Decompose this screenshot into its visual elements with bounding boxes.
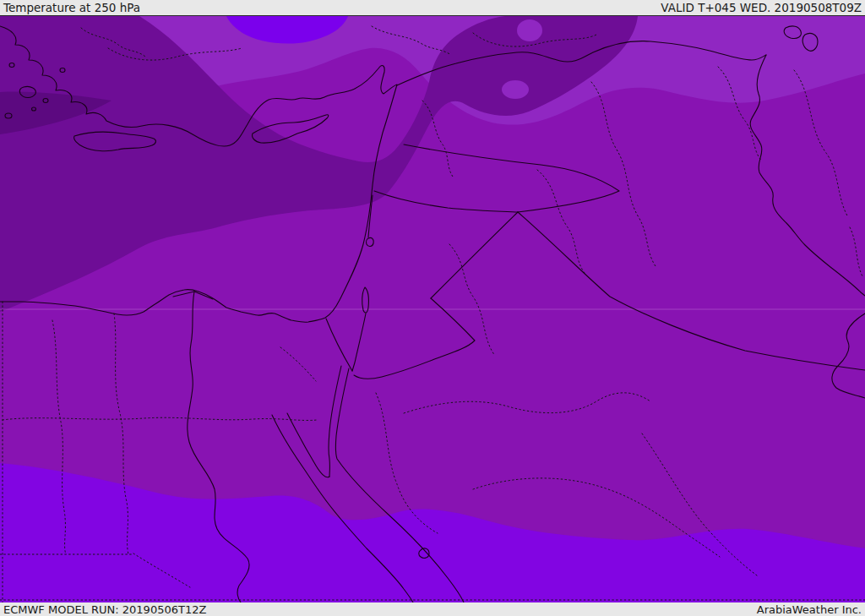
temp-band-mild-hole — [502, 80, 529, 99]
temperature-map-canvas — [0, 16, 865, 602]
credit-label: ArabiaWeather Inc. — [757, 603, 862, 616]
map-title: Temperature at 250 hPa — [3, 1, 140, 14]
header-bar: Temperature at 250 hPa VALID T+045 WED. … — [0, 0, 865, 16]
temp-band-mild-hole — [517, 19, 542, 41]
footer-bar: ECMWF MODEL RUN: 20190506T12Z ArabiaWeat… — [0, 602, 865, 616]
model-run-label: ECMWF MODEL RUN: 20190506T12Z — [3, 603, 206, 616]
temperature-map — [0, 16, 865, 602]
valid-time-label: VALID T+045 WED. 20190508T09Z — [661, 1, 862, 14]
